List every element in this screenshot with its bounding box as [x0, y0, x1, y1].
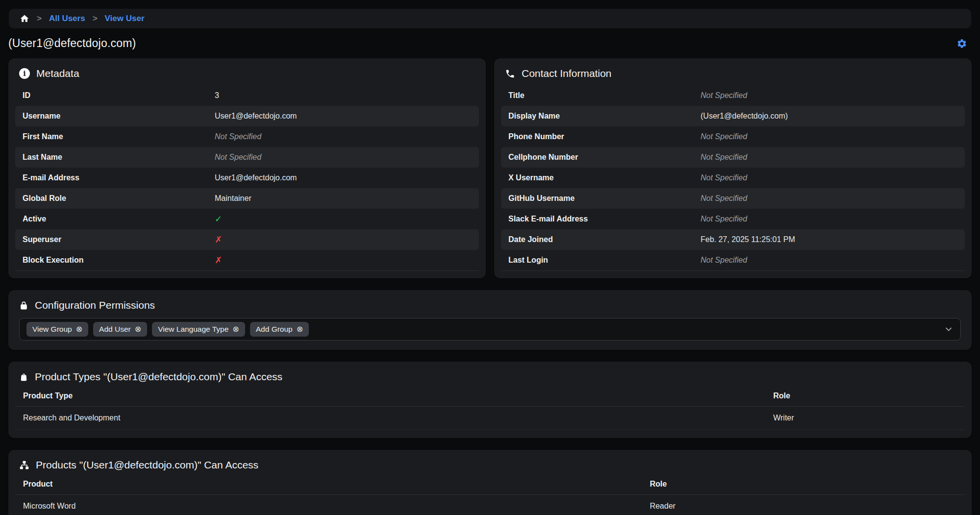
- contact-row: Slack E-mail Address Not Specified: [501, 209, 965, 229]
- permission-tag: View Group ⊗: [26, 322, 88, 337]
- field-value: Feb. 27, 2025 11:25:01 PM: [701, 235, 795, 244]
- contact-card-title: Contact Information: [522, 68, 611, 79]
- chevron-down-icon: [944, 324, 954, 334]
- check-icon: ✓: [215, 214, 222, 224]
- products-header: Products "(User1@defectdojo.com)" Can Ac…: [15, 456, 965, 477]
- field-value: Not Specified: [215, 153, 261, 162]
- page-title: (User1@defectdojo.com): [8, 37, 136, 50]
- product-cell: Microsoft Word: [15, 495, 642, 515]
- field-value: Not Specified: [215, 132, 261, 141]
- permission-tag-label: Add Group: [256, 325, 293, 334]
- field-label: First Name: [23, 132, 215, 141]
- contact-row: Date Joined Feb. 27, 2025 11:25:01 PM: [501, 229, 965, 250]
- product-types-table: Product Type Role Research and Developme…: [15, 389, 965, 430]
- product-type-cell: Research and Development: [15, 407, 765, 429]
- field-label: Phone Number: [508, 132, 701, 141]
- field-label: Cellphone Number: [508, 153, 701, 162]
- field-label: Title: [508, 91, 701, 100]
- role-cell: Writer: [765, 407, 965, 429]
- field-value: Not Specified: [701, 215, 747, 223]
- remove-tag-icon[interactable]: ⊗: [76, 325, 82, 333]
- contact-row: Title Not Specified: [501, 85, 965, 106]
- field-value: Not Specified: [701, 194, 747, 203]
- field-label: GitHub Username: [508, 194, 701, 203]
- metadata-row: Active ✓: [15, 209, 479, 229]
- sitemap-icon: [19, 460, 29, 470]
- metadata-row: ID 3: [15, 85, 479, 106]
- contact-row: Phone Number Not Specified: [501, 126, 965, 147]
- field-value: User1@defectdojo.com: [215, 173, 297, 182]
- field-value: 3: [215, 91, 219, 100]
- metadata-card-header: i Metadata: [15, 65, 479, 85]
- settings-gear-button[interactable]: [955, 37, 968, 50]
- configuration-permissions-card: Configuration Permissions View Group ⊗ A…: [8, 290, 972, 350]
- bag-icon: [19, 372, 28, 382]
- field-label: Last Name: [23, 153, 215, 162]
- field-value: Not Specified: [701, 91, 747, 100]
- product-types-title: Product Types "(User1@defectdojo.com)" C…: [35, 371, 282, 383]
- info-icon: i: [19, 68, 30, 79]
- configuration-permissions-header: Configuration Permissions: [15, 296, 965, 317]
- metadata-row: Username User1@defectdojo.com: [15, 106, 479, 126]
- field-label: E-mail Address: [23, 173, 215, 182]
- permission-tag-label: Add User: [99, 325, 131, 334]
- field-value: User1@defectdojo.com: [215, 112, 297, 121]
- remove-tag-icon[interactable]: ⊗: [135, 325, 141, 333]
- remove-tag-icon[interactable]: ⊗: [297, 325, 303, 333]
- chevron-right-icon: >: [93, 14, 98, 24]
- field-label: Date Joined: [508, 235, 701, 244]
- products-card: Products "(User1@defectdojo.com)" Can Ac…: [8, 450, 972, 515]
- field-label: Block Execution: [23, 256, 215, 265]
- metadata-row: Block Execution ✗: [15, 250, 479, 270]
- contact-row: Display Name (User1@defectdojo.com): [501, 106, 965, 126]
- permissions-select[interactable]: View Group ⊗ Add User ⊗ View Language Ty…: [19, 318, 961, 341]
- field-value: Not Specified: [701, 256, 747, 265]
- breadcrumb-view-user[interactable]: View User: [105, 14, 145, 24]
- table-row: Microsoft Word Reader: [15, 495, 965, 515]
- permission-tag: View Language Type ⊗: [152, 322, 245, 337]
- field-label: ID: [23, 91, 215, 100]
- field-value: Maintainer: [215, 194, 251, 203]
- contact-list: Title Not Specified Display Name (User1@…: [501, 85, 965, 271]
- phone-icon: [505, 69, 515, 79]
- field-value: Not Specified: [701, 153, 747, 162]
- gear-icon: [956, 38, 967, 49]
- table-header-row: Product Role: [15, 477, 965, 495]
- configuration-permissions-title: Configuration Permissions: [35, 299, 155, 311]
- field-value: Not Specified: [701, 173, 747, 182]
- permission-tag: Add Group ⊗: [250, 322, 309, 337]
- chevron-right-icon: >: [37, 14, 42, 24]
- products-table: Product Role Microsoft Word Reader: [15, 477, 965, 515]
- permission-tag: Add User ⊗: [93, 322, 147, 337]
- column-header: Role: [765, 389, 965, 406]
- field-label: Last Login: [508, 256, 701, 265]
- products-title: Products "(User1@defectdojo.com)" Can Ac…: [36, 459, 258, 471]
- field-label: Display Name: [508, 112, 701, 121]
- metadata-card-title: Metadata: [36, 68, 79, 79]
- column-header: Product Type: [15, 389, 765, 406]
- lock-icon: [19, 300, 28, 311]
- metadata-row: Superuser ✗: [15, 229, 479, 250]
- contact-card-header: Contact Information: [501, 65, 965, 85]
- contact-row: X Username Not Specified: [501, 168, 965, 188]
- top-cards-row: i Metadata ID 3 Username User1@defectdoj…: [8, 58, 972, 278]
- field-label: Username: [23, 112, 215, 121]
- breadcrumb-home[interactable]: [20, 14, 29, 24]
- metadata-row: Last Name Not Specified: [15, 147, 479, 168]
- breadcrumb-all-users[interactable]: All Users: [49, 14, 85, 24]
- column-header: Role: [642, 477, 965, 494]
- remove-tag-icon[interactable]: ⊗: [232, 325, 239, 333]
- field-label: Superuser: [23, 235, 215, 244]
- contact-card: Contact Information Title Not Specified …: [494, 58, 972, 278]
- product-types-card: Product Types "(User1@defectdojo.com)" C…: [8, 362, 972, 438]
- product-types-header: Product Types "(User1@defectdojo.com)" C…: [15, 368, 965, 389]
- page-header: (User1@defectdojo.com): [8, 37, 968, 50]
- metadata-card: i Metadata ID 3 Username User1@defectdoj…: [8, 58, 486, 278]
- cross-icon: ✗: [215, 255, 222, 266]
- permission-tag-label: View Group: [32, 325, 72, 334]
- contact-row: Last Login Not Specified: [501, 250, 965, 270]
- permission-tag-label: View Language Type: [158, 325, 228, 334]
- metadata-list: ID 3 Username User1@defectdojo.com First…: [15, 85, 479, 271]
- field-label: Active: [23, 215, 215, 223]
- table-header-row: Product Type Role: [15, 389, 965, 407]
